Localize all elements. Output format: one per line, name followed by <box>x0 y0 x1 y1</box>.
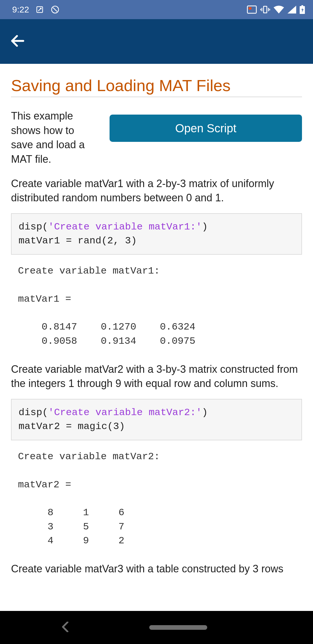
notification-icon-1 <box>35 5 44 14</box>
paragraph-2: Create variable matVar2 with a 3-by-3 ma… <box>11 362 302 391</box>
code-text: disp( <box>19 221 48 232</box>
nav-back-button[interactable] <box>61 622 70 633</box>
battery-icon <box>300 5 305 14</box>
nav-home-pill[interactable] <box>149 625 207 630</box>
open-script-button[interactable]: Open Script <box>110 115 302 142</box>
page-title: Saving and Loading MAT Files <box>11 76 302 97</box>
wifi-icon <box>274 6 284 14</box>
signal-icon <box>287 6 296 14</box>
paragraph-1: Create variable matVar1 with a 2-by-3 ma… <box>11 176 302 205</box>
status-bar: 9:22 <box>0 0 313 19</box>
back-button[interactable] <box>9 32 26 50</box>
status-right <box>247 5 305 14</box>
cast-icon <box>247 6 257 14</box>
code-block-2: disp('Create variable matVar2:') matVar2… <box>11 399 302 440</box>
svg-rect-3 <box>249 7 252 10</box>
intro-row: This example shows how to save and load … <box>11 109 302 167</box>
intro-text: This example shows how to save and load … <box>11 109 98 167</box>
vibrate-icon <box>260 5 270 14</box>
code-block-1: disp('Create variable matVar1:') matVar1… <box>11 213 302 255</box>
code-string: 'Create variable matVar2:' <box>48 407 202 418</box>
status-time: 9:22 <box>12 5 29 15</box>
output-block-2: Create variable matVar2: matVar2 = 8 1 6… <box>11 450 302 548</box>
doc-content[interactable]: Saving and Loading MAT Files This exampl… <box>0 64 313 611</box>
svg-rect-4 <box>263 6 267 13</box>
code-text: disp( <box>19 407 48 418</box>
svg-rect-6 <box>301 5 303 7</box>
output-block-1: Create variable matVar1: matVar1 = 0.814… <box>11 264 302 348</box>
system-nav-bar <box>0 611 313 644</box>
code-string: 'Create variable matVar1:' <box>48 221 202 232</box>
paragraph-3: Create variable matVar3 with a table con… <box>11 562 302 576</box>
app-bar <box>0 19 313 64</box>
notification-icon-2 <box>50 5 60 14</box>
status-left: 9:22 <box>12 5 60 15</box>
